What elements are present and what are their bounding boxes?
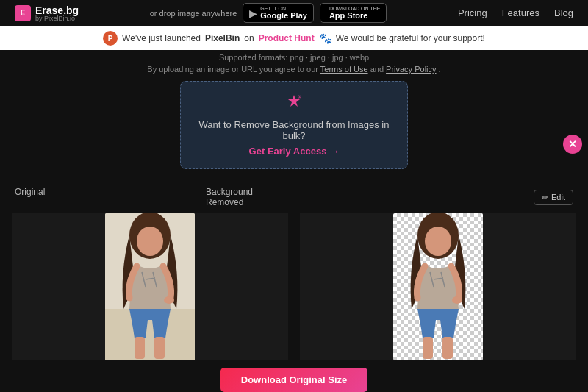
svg-point-11 <box>452 296 462 304</box>
upload-section: Supported formats: png · jpeg · jpg · we… <box>0 50 588 169</box>
app-store-name: App Store <box>329 11 381 20</box>
paw-icon: 🐾 <box>319 32 331 44</box>
result-section: Original Background Removed ✏ Edit <box>0 187 588 392</box>
google-play-get-it: GET IT ON <box>260 6 307 12</box>
original-label: Original <box>15 187 191 207</box>
ph-logo-icon: P <box>103 31 118 46</box>
logo-sub: by PixelBin.io <box>35 15 79 22</box>
terms-text: By uploading an image or URL you agree t… <box>0 65 588 74</box>
ph-link[interactable]: Product Hunt <box>259 33 315 43</box>
google-play-btn[interactable]: ▶ GET IT ON Google Play <box>243 3 314 24</box>
header: E Erase.bg by PixelBin.io or drop image … <box>0 0 588 26</box>
nav-blog[interactable]: Blog <box>554 7 573 18</box>
bulk-promo-box: Want to Remove Background from Images in… <box>180 81 408 169</box>
close-button[interactable]: ✕ <box>563 135 582 154</box>
svg-point-3 <box>137 227 163 256</box>
svg-rect-5 <box>154 337 165 359</box>
removed-label: Background Removed <box>191 187 253 207</box>
nav-pricing[interactable]: Pricing <box>458 7 487 18</box>
images-row <box>12 213 576 360</box>
privacy-link[interactable]: Privacy Policy <box>386 65 436 74</box>
banner-text-before: We've just launched <box>122 33 201 43</box>
ph-banner: P We've just launched PixelBin on Produc… <box>0 26 588 50</box>
bulk-promo-icon <box>198 93 390 115</box>
download-section: Download Original Size <box>12 368 576 392</box>
result-column-labels: Original Background Removed <box>15 187 147 207</box>
main-nav: Pricing Features Blog <box>458 7 573 18</box>
google-play-icon: ▶ <box>249 7 257 19</box>
google-play-name: Google Play <box>260 11 307 20</box>
drop-text: or drop image anywhere <box>150 9 237 18</box>
logo-area: E Erase.bg by PixelBin.io <box>15 4 79 22</box>
main-area: Supported formats: png · jpeg · jpg · we… <box>0 50 588 187</box>
svg-point-8 <box>425 227 451 256</box>
app-store-btn[interactable]: Download on the App Store <box>320 3 387 24</box>
edit-label: Edit <box>551 193 565 202</box>
app-store-download: Download on the <box>329 6 381 12</box>
upload-formats: Supported formats: png · jpeg · jpg · we… <box>0 53 588 62</box>
svg-rect-4 <box>135 337 145 359</box>
download-button[interactable]: Download Original Size <box>220 368 368 392</box>
svg-point-6 <box>164 296 174 304</box>
images-divider <box>288 213 300 360</box>
removed-image <box>393 213 483 360</box>
banner-brand: PixelBin <box>205 33 240 43</box>
terms-link[interactable]: Terms of Use <box>320 65 368 74</box>
edit-icon: ✏ <box>542 193 548 202</box>
svg-rect-10 <box>442 337 453 359</box>
original-image-container <box>12 213 288 360</box>
logo-icon: E <box>15 5 31 21</box>
logo-text-group: Erase.bg by PixelBin.io <box>35 4 79 22</box>
edit-button[interactable]: ✏ Edit <box>534 190 573 205</box>
result-header: Original Background Removed ✏ Edit <box>12 187 576 207</box>
svg-rect-9 <box>423 337 433 359</box>
banner-text-after: We would be grateful for your support! <box>336 33 485 43</box>
header-center: or drop image anywhere ▶ GET IT ON Googl… <box>150 3 387 24</box>
original-image <box>105 213 195 360</box>
bulk-promo-cta[interactable]: Get Early Access → <box>198 146 390 157</box>
banner-on: on <box>244 33 254 43</box>
bulk-promo-text: Want to Remove Background from Images in… <box>198 119 390 141</box>
nav-features[interactable]: Features <box>502 7 539 18</box>
removed-image-container <box>300 213 576 360</box>
